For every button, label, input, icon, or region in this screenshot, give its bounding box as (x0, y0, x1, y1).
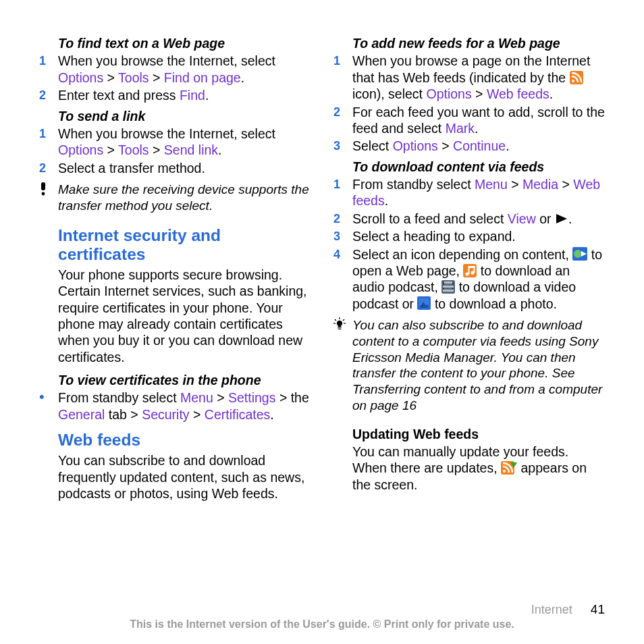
audio-icon (463, 264, 477, 277)
subheading-find-text: To find text on a Web page (58, 35, 311, 51)
step-text: Scroll to a feed and select View or . (352, 211, 605, 227)
note-text: Make sure the receiving device supports … (58, 182, 311, 214)
body-text: Your phone supports secure browsing. Cer… (58, 267, 311, 365)
note-transfer-method: Make sure the receiving device supports … (39, 182, 311, 214)
step-number: 3 (333, 228, 352, 244)
svg-point-3 (572, 80, 574, 82)
video-icon (441, 280, 455, 294)
footer-legal: This is the Internet version of the User… (39, 618, 605, 630)
list-item: • From standby select Menu > Settings > … (39, 390, 311, 423)
step-number: 1 (333, 53, 352, 102)
subheading-send-link: To send a link (58, 108, 311, 124)
section-heading-security: Internet security and certificates (58, 226, 311, 264)
caution-icon (39, 182, 58, 214)
svg-point-6 (574, 250, 582, 258)
list-item: 2 Enter text and press Find. (39, 87, 311, 103)
svg-rect-18 (443, 286, 454, 288)
step-text: Select a transfer method. (58, 160, 311, 176)
list-item: 4 Select an icon depending on content, t… (333, 246, 605, 313)
steps-find-text: 1 When you browse the Internet, select O… (39, 53, 311, 103)
svg-rect-15 (443, 281, 454, 284)
steps-send-link: 1 When you browse the Internet, select O… (39, 126, 311, 176)
svg-line-24 (335, 319, 336, 321)
page-footer: Internet 41 This is the Internet version… (0, 602, 644, 630)
right-column: To add new feeds for a Web page 1 When y… (333, 32, 605, 509)
steps-download-feeds: 1 From standby select Menu > Media > Web… (333, 176, 605, 312)
svg-line-25 (343, 319, 344, 321)
step-number: 2 (333, 104, 352, 137)
subheading-view-certs: To view certificates in the phone (58, 372, 311, 388)
subheading-add-feeds: To add new feeds for a Web page (352, 35, 605, 51)
bullet-view-certs: • From standby select Menu > Settings > … (39, 390, 311, 423)
left-column: To find text on a Web page 1 When you br… (39, 32, 311, 509)
section-heading-webfeeds: Web feeds (58, 431, 311, 450)
step-text: From standby select Menu > Media > Web f… (352, 176, 605, 209)
bullet-icon: • (39, 390, 58, 423)
svg-marker-4 (556, 214, 567, 223)
list-item: 1 When you browse the Internet, select O… (39, 126, 311, 159)
list-item: 1 When you browse a page on the Internet… (333, 53, 605, 102)
step-number: 2 (39, 87, 58, 103)
page-number: 41 (591, 602, 605, 616)
footer-section-page: Internet 41 (39, 602, 605, 617)
steps-add-feeds: 1 When you browse a page on the Internet… (333, 53, 605, 154)
play-icon (555, 213, 568, 224)
tip-text: You can also subscribe to and download c… (352, 317, 605, 414)
svg-rect-0 (41, 182, 45, 190)
footer-section-name: Internet (531, 603, 572, 616)
step-number: 1 (333, 176, 352, 209)
globe-icon (572, 247, 587, 261)
step-text: From standby select Menu > Settings > th… (58, 390, 311, 423)
step-text: When you browse the Internet, select Opt… (58, 53, 311, 86)
list-item: 2 For each feed you want to add, scroll … (333, 104, 605, 137)
step-text: Enter text and press Find. (58, 87, 311, 103)
list-item: 1 When you browse the Internet, select O… (39, 53, 311, 86)
list-item: 2 Select a transfer method. (39, 160, 311, 176)
svg-rect-29 (338, 326, 342, 329)
step-text: For each feed you want to add, scroll to… (352, 104, 605, 137)
subheading-updating-feeds: Updating Web feeds (352, 426, 605, 442)
svg-rect-19 (443, 290, 454, 292)
svg-rect-13 (468, 266, 475, 268)
rss-update-icon (501, 461, 517, 475)
tip-icon (333, 317, 352, 414)
tip-media-manager: You can also subscribe to and download c… (333, 317, 605, 414)
list-item: 3 Select a heading to expand. (333, 228, 605, 244)
step-number: 2 (39, 160, 58, 176)
rss-icon (570, 71, 583, 84)
step-text: When you browse a page on the Internet t… (352, 53, 605, 102)
body-text: You can manually update your feeds. When… (352, 444, 605, 493)
svg-point-1 (42, 192, 45, 196)
svg-point-33 (503, 470, 506, 473)
list-item: 1 From standby select Menu > Media > Web… (333, 176, 605, 209)
list-item: 3 Select Options > Continue. (333, 138, 605, 154)
step-number: 1 (39, 126, 58, 159)
step-text: Select Options > Continue. (352, 138, 605, 154)
step-text: Select a heading to expand. (352, 228, 605, 244)
photo-icon (417, 296, 431, 310)
body-text: You can subscribe to and download freque… (58, 452, 311, 502)
step-number: 1 (39, 53, 58, 86)
step-number: 3 (333, 138, 352, 154)
step-text: When you browse the Internet, select Opt… (58, 126, 311, 159)
subheading-download-feeds: To download content via feeds (352, 159, 605, 175)
step-number: 4 (333, 246, 352, 313)
svg-point-28 (337, 321, 342, 326)
list-item: 2 Scroll to a feed and select View or . (333, 211, 605, 227)
page-content: To find text on a Web page 1 When you br… (0, 0, 644, 519)
step-number: 2 (333, 211, 352, 227)
step-text: Select an icon depending on content, to … (352, 246, 605, 313)
